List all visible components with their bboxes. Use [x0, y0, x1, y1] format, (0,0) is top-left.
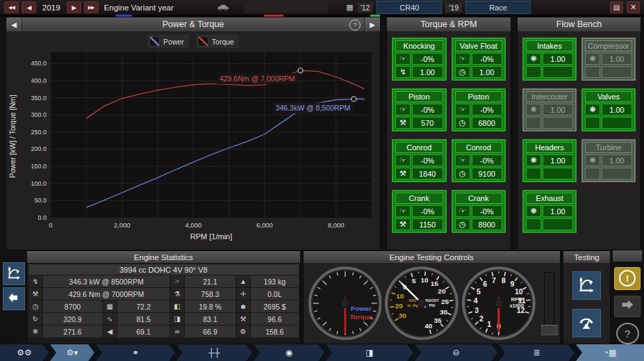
flow-bench-panel: Flow Bench Intakes❋1.00 Compressor❋1.00 …: [517, 17, 641, 250]
torque-rpm-grid: Knocking☞-0%↯1.00 Valve Float☞-0%◷1.00 P…: [387, 31, 511, 239]
svg-text:Torque: Torque: [349, 313, 372, 321]
smoothness-value: 81.5: [117, 313, 170, 325]
flow-value: 1.00: [602, 154, 632, 166]
exhaust-tip-tab[interactable]: ≣: [499, 344, 575, 361]
card-title: Exhaust: [526, 193, 573, 204]
headers-card[interactable]: Headers❋1.00: [522, 139, 577, 182]
step-back-button[interactable]: ◀◀: [4, 1, 19, 13]
gauge-icon: ◷: [455, 66, 470, 78]
back-icon: ◀: [27, 4, 31, 11]
piston-rpm-card[interactable]: Piston☞-0%◷6800: [452, 88, 506, 131]
testing-body: [563, 263, 611, 344]
warnings-button[interactable]: !: [614, 267, 641, 290]
throttle-slider[interactable]: [544, 272, 554, 335]
engine-designer-screen: ◀◀ ◀ 2019 ▶ ▶▶ Engine Variant year ▦ '12…: [0, 0, 644, 361]
torque-icon: ⚒: [28, 288, 42, 300]
piston-mass-card[interactable]: Piston☞-0%⚒570: [392, 88, 447, 131]
knock-percent: -0%: [412, 53, 443, 65]
wrench-icon: ⚒: [395, 218, 411, 230]
conrod-rpm-card[interactable]: Conrod☞-0%◷9100: [452, 139, 506, 182]
power-curve-icon: [6, 265, 22, 283]
throttle-slider-handle[interactable]: [541, 325, 558, 335]
svg-text:4,000: 4,000: [185, 221, 201, 229]
card-title: Crank: [455, 193, 503, 204]
svg-text:2,000: 2,000: [114, 221, 131, 229]
service-icon: ⚙: [236, 326, 250, 337]
material-cost-value: 2695 $: [251, 300, 299, 312]
table-row: ⚒429.6 Nm @ 7000RPM ⚗758.3 ✛0.0L: [28, 288, 299, 300]
intakes-card[interactable]: Intakes❋1.00: [522, 38, 577, 81]
conrod-icon: ⚭: [132, 348, 139, 358]
power-torque-panel: ◀ Power & Torque ? ▶ Power Torque 0.050.…: [6, 17, 381, 250]
year-tag-right[interactable]: '19: [445, 3, 462, 13]
bottom-end-tab[interactable]: ⚭: [96, 344, 175, 361]
chart-prev-button[interactable]: ◀: [6, 17, 22, 31]
weight-icon: ▲: [236, 275, 250, 287]
forward-button[interactable]: ▶: [67, 1, 81, 13]
close-icon: ✕: [630, 3, 636, 12]
exhaust-tab[interactable]: ⊖: [415, 344, 497, 361]
model-tab[interactable]: CR40: [377, 1, 442, 14]
card-title: Turbine: [585, 142, 632, 153]
svg-text:2: 2: [479, 315, 484, 323]
conrod-mass-card[interactable]: Conrod☞-0%⚒1840: [392, 139, 447, 182]
fan-icon: ❋: [526, 205, 541, 217]
engine-family-tab[interactable]: ⚙⚙: [0, 344, 49, 361]
aspiration-tab[interactable]: ◉: [254, 344, 324, 361]
graph-view-button[interactable]: [3, 262, 25, 285]
knock-percent: -0%: [472, 205, 503, 217]
bottom-section: Engine Statistics 3994 cc DOHC 4V 90° V8…: [0, 250, 644, 344]
svg-text:Power [kW] / Torque [Nm]: Power [kW] / Torque [Nm]: [8, 95, 17, 178]
svg-text:250.0: 250.0: [31, 129, 47, 136]
close-button[interactable]: ✕: [627, 1, 640, 13]
torque-line-swatch-icon: [198, 36, 208, 47]
fuel-value: 83.1: [185, 313, 236, 325]
empty-cell: [543, 218, 573, 230]
chart-next-button[interactable]: ▶: [364, 17, 380, 31]
card-value: 8900: [472, 218, 503, 230]
knock-icon: ☞: [170, 275, 184, 287]
knocking-card[interactable]: Knocking☞-0%↯1.00: [392, 38, 447, 81]
next-step-button[interactable]: [614, 296, 641, 317]
oil-icon: ⚗: [170, 288, 184, 300]
svg-text:4: 4: [474, 297, 478, 305]
empty-cell: [543, 66, 573, 78]
run-power-curve-button[interactable]: [572, 271, 601, 300]
gauge-icon: ◷: [455, 168, 470, 179]
card-title: Crank: [395, 193, 443, 204]
legend-power-toggle[interactable]: Power: [147, 35, 189, 48]
trim-tab[interactable]: Race: [465, 1, 531, 14]
wrench-icon: ⚒: [395, 117, 411, 129]
valves-card[interactable]: Valves❋1.00: [581, 88, 636, 131]
test-results-tab[interactable]: ◔▦: [576, 344, 644, 361]
top-end-tab[interactable]: ┼┼: [176, 344, 252, 361]
empty-cell: [543, 117, 573, 129]
step-forward-icon: ▶▶: [88, 5, 94, 10]
back-to-design-button[interactable]: [3, 287, 25, 310]
service-cost-value: 158.6: [251, 326, 299, 337]
flow-bench-header: Flow Bench: [518, 17, 641, 31]
back-button[interactable]: ◀: [22, 1, 36, 13]
help-button[interactable]: ?: [616, 323, 639, 344]
menu-button[interactable]: ▤: [610, 1, 623, 13]
exhaust-card[interactable]: Exhaust❋1.00: [522, 190, 577, 233]
svg-text:5: 5: [412, 277, 416, 284]
crank-mass-card[interactable]: Crank☞-0%⚒1150: [392, 190, 447, 233]
engine-variant-tab[interactable]: ⚙▾: [50, 344, 94, 361]
crank-rpm-card[interactable]: Crank☞-0%◷8900: [452, 190, 506, 233]
peak-power-value: 346.3 kW @ 8500RPM: [43, 275, 170, 287]
knock-icon: ☞: [455, 104, 470, 115]
right-arrow-icon: [620, 299, 635, 313]
step-forward-button[interactable]: ▶▶: [84, 1, 99, 13]
help-icon[interactable]: ?: [349, 19, 361, 31]
fuel-system-tab[interactable]: ◨: [326, 344, 413, 361]
svg-text:0: 0: [49, 221, 52, 229]
power-line-swatch-icon: [149, 36, 160, 47]
legend-torque-toggle[interactable]: Torque: [196, 35, 239, 48]
run-dyno-button[interactable]: [572, 309, 601, 337]
year-tag-left[interactable]: '12: [357, 3, 374, 13]
svg-text:6,000: 6,000: [256, 221, 273, 229]
fuel-pump-icon: ◨: [170, 313, 184, 325]
valve-float-card[interactable]: Valve Float☞-0%◷1.00: [452, 38, 506, 81]
card-title: Valve Float: [455, 40, 503, 51]
